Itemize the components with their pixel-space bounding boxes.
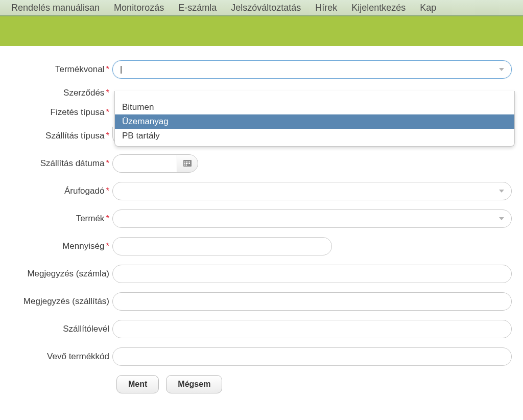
buyer-code-input[interactable]: [112, 347, 512, 366]
delivery-note-input[interactable]: [112, 320, 512, 338]
label-product-line: Termékvonal*: [0, 64, 109, 75]
nav-item-logout[interactable]: Kijelentkezés: [344, 3, 413, 13]
calendar-icon: [183, 159, 192, 169]
nav-item-contact[interactable]: Kap: [413, 3, 443, 13]
chevron-down-icon: [499, 190, 504, 193]
nav-item-news[interactable]: Hírek: [308, 3, 344, 13]
label-buyer-code: Vevő termékkód: [0, 352, 109, 362]
label-quantity: Mennyiség*: [0, 241, 109, 251]
nav-item-order[interactable]: Rendelés manuálisan: [4, 3, 107, 13]
product-line-dropdown: Bitumen Üzemanyag PB tartály: [114, 91, 515, 147]
dropdown-option[interactable]: Bitumen: [115, 100, 514, 114]
product-line-combo[interactable]: |: [112, 60, 512, 79]
save-button[interactable]: Ment: [116, 375, 159, 393]
svg-rect-1: [184, 161, 185, 162]
svg-rect-2: [186, 161, 187, 162]
nav-item-password[interactable]: Jelszóváltoztatás: [224, 3, 308, 13]
chevron-down-icon: [499, 217, 504, 220]
svg-rect-7: [187, 163, 188, 164]
cancel-button[interactable]: Mégsem: [166, 375, 222, 393]
label-receiver: Árufogadó*: [0, 186, 109, 196]
svg-rect-5: [184, 163, 185, 164]
product-combo[interactable]: [112, 209, 512, 228]
label-delivery-date: Szállítás dátuma*: [0, 158, 109, 169]
dropdown-option[interactable]: Üzemanyag: [115, 114, 514, 129]
label-delivery-type: Szállítás típusa*: [0, 131, 109, 141]
label-contract: Szerződés*: [0, 88, 109, 98]
nav-item-einvoice[interactable]: E-számla: [171, 3, 224, 13]
svg-rect-3: [187, 161, 188, 162]
delivery-date-input[interactable]: [112, 154, 177, 173]
svg-rect-10: [186, 165, 187, 166]
svg-rect-8: [189, 163, 190, 164]
svg-rect-6: [186, 163, 187, 164]
calendar-button[interactable]: [177, 154, 198, 173]
label-note-invoice: Megjegyzés (számla): [0, 269, 109, 279]
note-invoice-input[interactable]: [112, 265, 512, 283]
svg-rect-9: [184, 165, 185, 166]
receiver-combo[interactable]: [112, 182, 512, 200]
label-delivery-note: Szállítólevél: [0, 324, 109, 334]
nav-item-monitoring[interactable]: Monitorozás: [107, 3, 171, 13]
label-payment-type: Fizetés típusa*: [0, 107, 109, 118]
top-nav: Rendelés manuálisan Monitorozás E-számla…: [0, 0, 523, 16]
svg-rect-4: [189, 161, 190, 162]
quantity-input[interactable]: [112, 237, 332, 255]
label-note-delivery: Megjegyzés (szállítás): [0, 296, 109, 307]
dropdown-option[interactable]: PB tartály: [115, 129, 514, 143]
header-band: [0, 16, 523, 46]
chevron-down-icon: [499, 68, 504, 71]
label-product: Termék*: [0, 214, 109, 224]
note-delivery-input[interactable]: [112, 292, 512, 311]
